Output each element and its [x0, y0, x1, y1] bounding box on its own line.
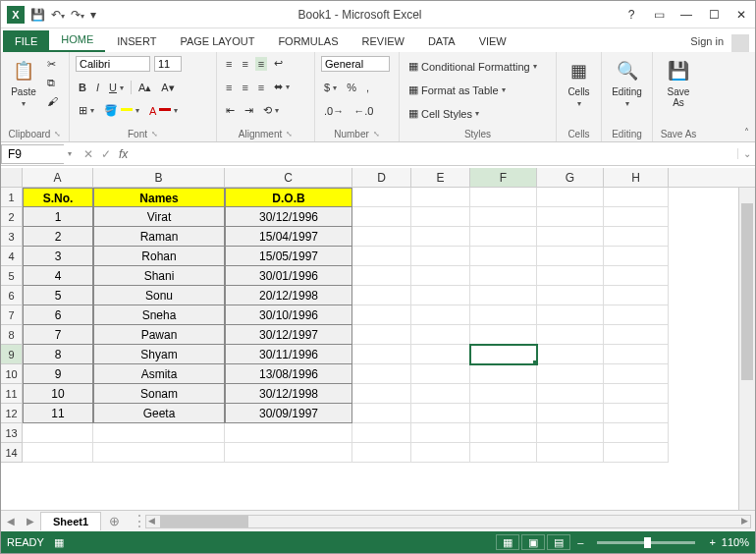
wrap-text-icon[interactable]: ↩: [271, 56, 286, 71]
fill-color-button[interactable]: 🪣▾: [101, 103, 142, 118]
row-header-10[interactable]: 10: [1, 364, 23, 384]
cell-B6[interactable]: Sonu: [93, 286, 225, 305]
close-icon[interactable]: ✕: [728, 1, 755, 28]
cell-B5[interactable]: Shani: [93, 266, 225, 286]
column-header-D[interactable]: D: [352, 168, 411, 187]
cell-F5[interactable]: [470, 266, 537, 286]
cell-B13[interactable]: [93, 423, 225, 443]
cell-A13[interactable]: [23, 423, 93, 443]
cell-F3[interactable]: [470, 227, 537, 247]
zoom-in-icon[interactable]: +: [709, 536, 715, 548]
column-header-B[interactable]: B: [93, 168, 225, 187]
row-header-7[interactable]: 7: [1, 305, 23, 325]
save-as-button[interactable]: 💾Save As: [659, 56, 698, 109]
qat-save-icon[interactable]: 💾: [30, 8, 45, 22]
row-header-14[interactable]: 14: [1, 443, 23, 463]
cell-A8[interactable]: 7: [23, 325, 93, 345]
cell-E9[interactable]: [411, 345, 470, 364]
sign-in-link[interactable]: Sign in: [682, 30, 731, 52]
column-header-A[interactable]: A: [23, 168, 93, 187]
cell-H9[interactable]: [604, 345, 669, 364]
cell-B9[interactable]: Shyam: [93, 345, 225, 364]
cell-D4[interactable]: [352, 247, 411, 266]
cell-H1[interactable]: [604, 188, 669, 207]
cell-E2[interactable]: [411, 207, 470, 227]
cell-G6[interactable]: [537, 286, 604, 305]
cell-G8[interactable]: [537, 325, 604, 345]
column-header-F[interactable]: F: [470, 168, 537, 187]
cells-button[interactable]: ▦Cells▾: [563, 56, 595, 109]
cell-C5[interactable]: 30/01/1996: [225, 266, 352, 286]
row-header-13[interactable]: 13: [1, 423, 23, 443]
cell-C9[interactable]: 30/11/1996: [225, 345, 352, 364]
cell-styles-button[interactable]: ▦ Cell Styles▾: [405, 106, 482, 121]
column-header-G[interactable]: G: [537, 168, 604, 187]
cell-B14[interactable]: [93, 443, 225, 463]
qat-customize-icon[interactable]: ▾: [90, 8, 96, 22]
row-header-12[interactable]: 12: [1, 404, 23, 423]
font-name-input[interactable]: [76, 56, 150, 72]
row-header-9[interactable]: 9: [1, 345, 23, 364]
cell-G10[interactable]: [537, 364, 604, 384]
italic-button[interactable]: I: [93, 81, 102, 94]
cell-G12[interactable]: [537, 404, 604, 423]
paste-button[interactable]: 📋 Paste ▾: [7, 56, 40, 109]
maximize-icon[interactable]: ☐: [700, 1, 728, 28]
cell-H6[interactable]: [604, 286, 669, 305]
formula-input[interactable]: [134, 145, 737, 163]
ribbon-options-icon[interactable]: ▭: [645, 1, 673, 28]
font-color-button[interactable]: A▾: [146, 104, 181, 118]
collapse-ribbon-icon[interactable]: ˄: [744, 127, 749, 138]
help-icon[interactable]: ?: [618, 1, 645, 28]
cell-G3[interactable]: [537, 227, 604, 247]
cell-C13[interactable]: [225, 423, 352, 443]
zoom-level[interactable]: 110%: [722, 536, 749, 548]
qat-redo-icon[interactable]: ↷▾: [71, 8, 84, 22]
cell-G14[interactable]: [537, 443, 604, 463]
cell-D14[interactable]: [352, 443, 411, 463]
cell-H12[interactable]: [604, 404, 669, 423]
cell-F9[interactable]: [470, 345, 537, 364]
tab-file[interactable]: FILE: [3, 30, 49, 52]
cell-G2[interactable]: [537, 207, 604, 227]
cell-F12[interactable]: [470, 404, 537, 423]
tab-review[interactable]: REVIEW: [351, 30, 416, 52]
grid-body[interactable]: 1S.No.NamesD.O.B21Virat30/12/199632Raman…: [1, 188, 755, 510]
cell-C6[interactable]: 20/12/1998: [225, 286, 352, 305]
cell-A2[interactable]: 1: [23, 207, 93, 227]
cell-A14[interactable]: [23, 443, 93, 463]
cell-A3[interactable]: 2: [23, 227, 93, 247]
cell-H5[interactable]: [604, 266, 669, 286]
cell-H7[interactable]: [604, 305, 669, 325]
cell-D13[interactable]: [352, 423, 411, 443]
avatar-icon[interactable]: [731, 34, 749, 52]
cell-B4[interactable]: Rohan: [93, 247, 225, 266]
cell-A1[interactable]: S.No.: [23, 188, 93, 207]
cell-D9[interactable]: [352, 345, 411, 364]
cell-C7[interactable]: 30/10/1996: [225, 305, 352, 325]
increase-indent-icon[interactable]: ⇥: [242, 103, 256, 118]
cell-B2[interactable]: Virat: [93, 207, 225, 227]
cell-F10[interactable]: [470, 364, 537, 384]
row-header-8[interactable]: 8: [1, 325, 23, 345]
cell-C1[interactable]: D.O.B: [225, 188, 352, 207]
tab-home[interactable]: HOME: [49, 28, 105, 52]
minimize-icon[interactable]: —: [673, 1, 700, 28]
cell-H2[interactable]: [604, 207, 669, 227]
number-format-input[interactable]: [321, 56, 390, 72]
cut-icon[interactable]: ✂: [44, 57, 61, 72]
cell-G11[interactable]: [537, 384, 604, 404]
format-as-table-button[interactable]: ▦ Format as Table▾: [405, 83, 509, 97]
font-size-input[interactable]: [154, 56, 182, 72]
merge-center-icon[interactable]: ⬌▾: [271, 80, 293, 94]
cell-D5[interactable]: [352, 266, 411, 286]
cell-H11[interactable]: [604, 384, 669, 404]
row-header-1[interactable]: 1: [1, 188, 23, 207]
cell-H13[interactable]: [604, 423, 669, 443]
cell-H3[interactable]: [604, 227, 669, 247]
align-top-icon[interactable]: ≡: [223, 57, 235, 71]
cell-A7[interactable]: 6: [23, 305, 93, 325]
decrease-decimal-icon[interactable]: ←.0: [351, 104, 376, 118]
cell-G4[interactable]: [537, 247, 604, 266]
sheet-tab-sheet1[interactable]: Sheet1: [40, 512, 101, 530]
